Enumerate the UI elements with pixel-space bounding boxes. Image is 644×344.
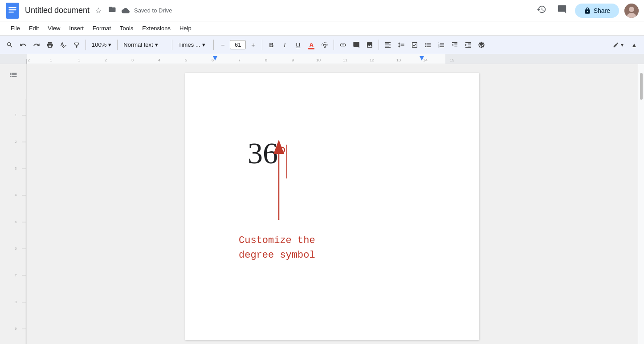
menu-format[interactable]: Format [89,23,114,33]
star-button[interactable]: ☆ [93,4,104,17]
outline-icon[interactable] [9,70,18,81]
indent-increase-button[interactable] [462,39,474,51]
style-value: Normal text [123,41,153,48]
svg-text:7: 7 [238,58,240,62]
indent-decrease-button[interactable] [448,39,461,51]
bullet-list-button[interactable] [422,39,434,51]
svg-rect-1 [8,7,16,8]
svg-text:1: 1 [50,58,52,62]
svg-text:6: 6 [212,58,214,62]
checklist-button[interactable] [408,39,421,51]
redo-button[interactable] [30,39,43,51]
vertical-ruler: 1 2 3 4 5 6 7 8 9 10 11 [0,99,26,344]
print-button[interactable] [44,39,56,51]
zoom-select[interactable]: 100% ▾ [89,40,114,49]
menu-edit[interactable]: Edit [25,23,42,33]
svg-text:13: 13 [396,58,401,62]
font-value: Times ... [178,41,200,48]
svg-text:14: 14 [423,58,428,62]
cloud-icon [122,7,130,15]
svg-text:2: 2 [105,58,107,62]
svg-text:2: 2 [28,58,30,62]
svg-text:4: 4 [158,58,160,62]
numbered-list-button[interactable] [435,39,448,51]
ruler: 2 1 1 2 3 4 5 6 7 8 9 10 11 12 13 14 15 [0,54,644,64]
folder-button[interactable] [106,4,118,17]
annotation-arrow [265,135,292,224]
font-color-a-icon: A [309,41,314,49]
menu-tools[interactable]: Tools [116,23,137,33]
svg-marker-52 [273,140,284,154]
font-size-decrease-button[interactable]: − [216,39,229,51]
svg-text:9: 9 [15,327,17,331]
svg-text:6: 6 [15,247,17,251]
share-label: Share [594,7,610,14]
menu-insert[interactable]: Insert [65,23,87,33]
svg-text:12: 12 [370,58,374,62]
paint-format-button[interactable] [70,39,83,51]
menu-help[interactable]: Help [176,23,195,33]
right-scrollbar[interactable] [638,64,644,344]
svg-text:7: 7 [15,273,17,277]
search-button[interactable] [4,39,16,51]
scroll-thumb[interactable] [640,73,643,100]
zoom-value: 100% [92,41,106,48]
left-gutter: 1 2 3 4 5 6 7 8 9 10 11 [0,64,27,344]
menu-extensions[interactable]: Extensions [139,23,174,33]
user-avatar[interactable] [624,4,639,18]
separator-5 [262,40,262,50]
font-size-input[interactable]: 61 [230,40,246,49]
separator-3 [172,40,172,50]
svg-text:4: 4 [15,193,17,197]
edit-mode-button[interactable]: ▾ [609,39,627,51]
font-size-increase-button[interactable]: + [247,39,259,51]
svg-rect-3 [8,12,14,12]
docs-logo-icon [5,3,20,19]
history-button[interactable] [534,2,549,19]
doc-title[interactable]: Untitled document [25,6,90,15]
bold-button[interactable]: B [265,39,277,51]
style-chevron-icon: ▾ [155,41,158,48]
share-button[interactable]: Share [575,4,619,18]
doc-area[interactable]: 36° Customize the degree symbol [27,64,638,344]
svg-text:10: 10 [316,58,321,62]
separator-4 [213,40,214,50]
title-bar: Untitled document ☆ Saved to Drive Share [0,0,644,21]
insert-comment-button[interactable] [350,39,363,51]
vertical-ruler-svg: 1 2 3 4 5 6 7 8 9 10 11 [13,99,26,344]
align-button[interactable] [382,39,394,51]
svg-text:2: 2 [15,140,17,144]
svg-rect-9 [27,54,445,64]
comments-button[interactable] [554,2,570,19]
svg-rect-0 [6,3,19,19]
line-spacing-button[interactable] [395,39,408,51]
insert-image-button[interactable] [363,39,376,51]
svg-text:8: 8 [265,58,267,62]
font-color-button[interactable]: A [305,39,318,51]
svg-text:3: 3 [131,58,134,62]
svg-text:5: 5 [185,58,187,62]
document-page: 36° Customize the degree symbol [185,73,479,340]
svg-text:15: 15 [450,58,454,62]
svg-text:3: 3 [15,166,17,170]
spellcheck-button[interactable] [57,39,69,51]
svg-text:11: 11 [343,58,347,62]
menu-file[interactable]: File [7,23,24,33]
clear-formatting-button[interactable] [475,39,488,51]
top-right-actions: Share [534,2,639,19]
style-select[interactable]: Normal text ▾ [120,40,169,49]
italic-button[interactable]: I [278,39,291,51]
underline-button[interactable]: U [292,39,304,51]
font-color-underline [308,48,314,49]
highlight-button[interactable] [318,39,331,51]
toolbar: 100% ▾ Normal text ▾ Times ... ▾ − 61 + … [0,36,644,54]
undo-button[interactable] [17,39,29,51]
svg-rect-2 [8,9,16,10]
svg-point-5 [629,7,634,12]
svg-text:8: 8 [15,300,17,304]
save-status-text: Saved to Drive [134,7,172,14]
collapse-toolbar-button[interactable]: ▲ [628,39,640,51]
link-button[interactable] [337,39,349,51]
menu-view[interactable]: View [44,23,64,33]
font-select[interactable]: Times ... ▾ [175,40,211,49]
